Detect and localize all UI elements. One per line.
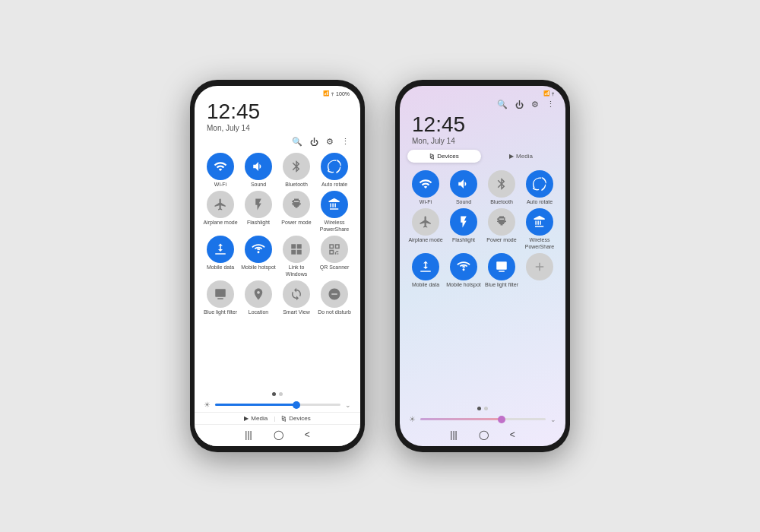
r-mobile-data-tile-label: Mobile data: [412, 282, 439, 288]
tile-r-hotspot[interactable]: Mobile hotspot: [445, 253, 482, 288]
tile-mobile-data[interactable]: Mobile data: [202, 236, 239, 277]
r-autorotate-tile-label: Auto rotate: [527, 199, 553, 205]
more-icon-left[interactable]: ⋮: [341, 137, 350, 147]
power-tile-icon: [283, 191, 310, 218]
page-dots-left: [195, 389, 360, 399]
tile-wifi[interactable]: Wi-Fi: [202, 153, 239, 188]
tile-qr[interactable]: QR Scanner: [316, 236, 353, 277]
brightness-thumb-left: [293, 401, 300, 409]
tile-dnd[interactable]: Do not disturb: [316, 280, 353, 315]
signal-icon-right: ⫯: [552, 91, 555, 97]
tab-devices[interactable]: ⧎ Devices: [407, 150, 481, 163]
tile-location[interactable]: Location: [240, 280, 277, 315]
nav-home-right[interactable]: ◯: [479, 429, 489, 440]
location-tile-icon: [245, 280, 272, 308]
tile-airplane[interactable]: Airplane mode: [202, 191, 239, 233]
tile-r-airplane[interactable]: Airplane mode: [407, 208, 444, 250]
tile-r-power[interactable]: Power mode: [483, 208, 520, 250]
tile-sound[interactable]: Sound: [240, 153, 277, 188]
media-tab-icon: ▶: [509, 153, 514, 160]
flashlight-tile-label: Flashlight: [247, 220, 270, 226]
tile-r-blue-light[interactable]: Blue light filter: [483, 253, 520, 288]
power-icon-left[interactable]: ⏻: [310, 138, 318, 147]
r-wireless-tile-icon: [526, 208, 553, 236]
devices-tab-icon: ⧎: [429, 153, 435, 160]
date-right: Mon, July 14: [412, 137, 553, 145]
airplane-tile-icon: [207, 191, 234, 218]
status-bar-right: 📶 ⫯: [400, 86, 565, 98]
devices-grid-icon-left: ⧎: [281, 415, 287, 422]
tiles-container-left: Wi-Fi Sound Bluetooth: [195, 148, 360, 389]
nav-home-left[interactable]: ◯: [274, 429, 283, 440]
power-icon-right[interactable]: ⏻: [515, 100, 524, 109]
r-autorotate-tile-icon: [526, 170, 553, 198]
settings-icon-left[interactable]: ⚙: [326, 137, 334, 147]
settings-icon-right[interactable]: ⚙: [531, 100, 539, 109]
brightness-slider-right[interactable]: [420, 418, 546, 420]
tile-smart-view[interactable]: Smart View: [278, 280, 315, 315]
brightness-expand-right[interactable]: ⌄: [550, 416, 556, 423]
brightness-icon-right: ☀: [409, 415, 416, 423]
more-icon-right[interactable]: ⋮: [546, 100, 555, 109]
svg-rect-0: [215, 289, 226, 297]
r-blue-light-tile-label: Blue light filter: [485, 282, 518, 288]
wifi-icon: 📶: [323, 90, 330, 97]
tile-r-flashlight[interactable]: Flashlight: [445, 208, 482, 250]
tile-r-bluetooth[interactable]: Bluetooth: [483, 170, 520, 205]
smart-view-tile-icon: [283, 280, 310, 308]
devices-item-left[interactable]: ⧎ Devices: [281, 415, 310, 422]
mobile-data-tile-label: Mobile data: [207, 264, 234, 271]
dot-2: [279, 392, 283, 396]
svg-rect-2: [496, 261, 507, 270]
tile-r-wireless[interactable]: Wireless PowerShare: [521, 208, 558, 250]
nav-recent-right[interactable]: |||: [450, 429, 457, 440]
brightness-slider-left[interactable]: [215, 404, 340, 406]
nav-back-right[interactable]: <: [510, 429, 515, 440]
status-icons-right: 📶 ⫯: [543, 90, 555, 97]
nav-back-left[interactable]: <: [305, 429, 310, 440]
r-add-tile-icon: [526, 253, 553, 280]
status-icons-left: 📶 ⫯ 100%: [323, 90, 350, 97]
tile-link-windows[interactable]: Link to Windows: [278, 236, 315, 277]
time-left: 12:45: [207, 101, 348, 122]
r-wireless-tile-label: Wireless PowerShare: [521, 237, 558, 250]
tiles-grid-right: Wi-Fi Sound Bluetooth: [407, 170, 558, 289]
sound-tile-label: Sound: [251, 182, 266, 188]
r-power-tile-icon: [488, 208, 515, 236]
tile-r-add[interactable]: [521, 253, 558, 288]
battery-text: 100%: [336, 91, 350, 97]
nav-recent-left[interactable]: |||: [245, 429, 252, 440]
wifi-icon-right: 📶: [543, 90, 550, 97]
phone-left-screen: 📶 ⫯ 100% 12:45 Mon, July 14 🔍 ⏻ ⚙ ⋮: [195, 86, 360, 446]
media-bar-left: ▶ Media | ⧎ Devices: [195, 412, 360, 424]
brightness-expand-left[interactable]: ⌄: [345, 401, 351, 409]
r-airplane-tile-icon: [412, 208, 439, 236]
tile-r-sound[interactable]: Sound: [445, 170, 482, 205]
tile-hotspot[interactable]: Mobile hotspot: [240, 236, 277, 277]
phone-left: 📶 ⫯ 100% 12:45 Mon, July 14 🔍 ⏻ ⚙ ⋮: [190, 80, 365, 452]
media-play-icon-left: ▶: [244, 415, 249, 422]
airplane-tile-label: Airplane mode: [203, 220, 237, 226]
tile-bluetooth[interactable]: Bluetooth: [278, 153, 315, 188]
tab-media[interactable]: ▶ Media: [484, 150, 558, 163]
r-mobile-data-tile-icon: [412, 253, 439, 280]
signal-icon: ⫯: [331, 91, 334, 97]
tile-flashlight[interactable]: Flashlight: [240, 191, 277, 233]
tile-power[interactable]: Power mode: [278, 191, 315, 233]
tile-r-wifi[interactable]: Wi-Fi: [407, 170, 444, 205]
media-item-left[interactable]: ▶ Media: [244, 415, 268, 422]
tile-r-autorotate[interactable]: Auto rotate: [521, 170, 558, 205]
search-icon-right[interactable]: 🔍: [497, 100, 508, 109]
brightness-row-right: ☀ ⌄: [400, 413, 565, 425]
smart-view-tile-label: Smart View: [283, 309, 310, 315]
tile-wireless-share[interactable]: Wireless PowerShare: [316, 191, 353, 233]
media-separator-left: |: [274, 415, 275, 422]
r-airplane-tile-label: Airplane mode: [408, 237, 442, 243]
tile-autorotate[interactable]: Auto rotate: [316, 153, 353, 188]
tile-blue-light[interactable]: Blue light filter: [202, 280, 239, 315]
tile-r-mobile-data[interactable]: Mobile data: [407, 253, 444, 288]
autorotate-tile-label: Auto rotate: [321, 182, 347, 188]
brightness-thumb-right: [498, 416, 505, 423]
search-icon-left[interactable]: 🔍: [292, 137, 302, 147]
devices-tab-label: Devices: [437, 153, 458, 160]
